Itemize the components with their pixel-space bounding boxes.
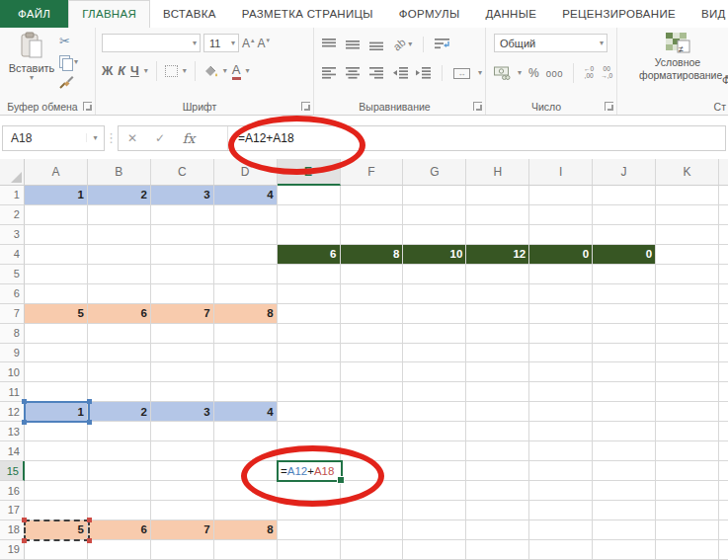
cell-E16[interactable] bbox=[278, 481, 341, 501]
cell-J10[interactable] bbox=[593, 362, 656, 382]
merge-dropdown-icon[interactable]: ▾ bbox=[478, 69, 482, 77]
cell-H12[interactable] bbox=[466, 402, 529, 422]
cancel-icon[interactable]: ✕ bbox=[119, 131, 146, 145]
cell-C16[interactable] bbox=[151, 481, 214, 501]
cell-C12[interactable]: 3 bbox=[151, 402, 214, 422]
column-header-J[interactable]: J bbox=[593, 159, 656, 186]
cell-C14[interactable] bbox=[151, 441, 214, 461]
cell-I12[interactable] bbox=[529, 402, 593, 422]
cell-C1[interactable]: 3 bbox=[151, 186, 214, 205]
name-box-dropdown-icon[interactable]: ▾ bbox=[86, 133, 104, 142]
row-header-15[interactable]: 15 bbox=[0, 461, 25, 481]
cell-F2[interactable] bbox=[341, 205, 404, 225]
percent-style-button[interactable]: % bbox=[528, 66, 539, 80]
cell-F17[interactable] bbox=[341, 501, 404, 520]
cell-E4[interactable]: 6 bbox=[278, 245, 341, 265]
cell-F14[interactable] bbox=[341, 441, 404, 461]
cell-K6[interactable] bbox=[656, 284, 719, 304]
cell-J3[interactable] bbox=[593, 225, 656, 245]
cell-B2[interactable] bbox=[88, 205, 151, 225]
orientation-button[interactable]: ab ▾ bbox=[393, 39, 412, 50]
cell-F11[interactable] bbox=[341, 382, 404, 402]
cell-B6[interactable] bbox=[88, 284, 151, 304]
cell-J14[interactable] bbox=[593, 441, 656, 461]
row-header-6[interactable]: 6 bbox=[0, 284, 25, 304]
cell-J17[interactable] bbox=[593, 501, 656, 520]
formula-bar-resize-handle[interactable]: ⋮ bbox=[105, 130, 118, 145]
conditional-formatting-button[interactable]: ≠ Условное форматирование ▾ bbox=[639, 32, 716, 82]
cell-J5[interactable] bbox=[593, 265, 656, 284]
cell-C4[interactable] bbox=[151, 245, 214, 265]
cell-A15[interactable] bbox=[25, 461, 88, 481]
cell-C7[interactable]: 7 bbox=[151, 304, 214, 324]
cell-K2[interactable] bbox=[656, 205, 719, 225]
row-header-7[interactable]: 7 bbox=[0, 304, 25, 324]
cell-J8[interactable] bbox=[593, 324, 656, 344]
cell-F4[interactable]: 8 bbox=[341, 245, 404, 265]
selection-handle[interactable] bbox=[87, 420, 92, 425]
borders-dropdown-icon[interactable]: ▾ bbox=[183, 67, 187, 75]
tab-data[interactable]: ДАННЫЕ bbox=[472, 0, 549, 28]
cell-K10[interactable] bbox=[656, 362, 719, 382]
cell-A1[interactable]: 1 bbox=[25, 186, 88, 205]
column-header-B[interactable]: B bbox=[88, 159, 151, 186]
column-header-G[interactable]: G bbox=[403, 159, 466, 186]
increase-decimal-button[interactable]: ←0 ,00 bbox=[584, 66, 594, 80]
cell-D13[interactable] bbox=[214, 422, 278, 441]
cell-H14[interactable] bbox=[466, 441, 529, 461]
cell-D9[interactable] bbox=[214, 344, 278, 363]
column-header-K[interactable]: K bbox=[656, 159, 719, 186]
cell-I1[interactable] bbox=[529, 186, 593, 205]
column-header-A[interactable]: A bbox=[25, 159, 88, 186]
cell-F3[interactable] bbox=[341, 225, 404, 245]
cell-F16[interactable] bbox=[341, 481, 404, 501]
cell-C5[interactable] bbox=[151, 265, 214, 284]
cell-A5[interactable] bbox=[25, 265, 88, 284]
font-name-dropdown-icon[interactable]: ▾ bbox=[193, 40, 197, 47]
cell-A17[interactable] bbox=[25, 501, 88, 520]
cell-B13[interactable] bbox=[88, 422, 151, 441]
cell-D3[interactable] bbox=[214, 225, 278, 245]
font-name-combo[interactable]: ▾ bbox=[102, 34, 201, 52]
cell-B16[interactable] bbox=[88, 481, 151, 501]
row-header-14[interactable]: 14 bbox=[0, 441, 25, 461]
cell-D19[interactable] bbox=[214, 540, 278, 560]
increase-indent-icon[interactable] bbox=[416, 67, 431, 79]
cell-I17[interactable] bbox=[529, 501, 593, 520]
cell-B14[interactable] bbox=[88, 441, 151, 461]
number-format-combo[interactable]: Общий ▾ bbox=[494, 34, 607, 52]
align-bottom-icon[interactable] bbox=[369, 39, 385, 50]
accounting-format-icon[interactable] bbox=[494, 66, 511, 80]
cell-A8[interactable] bbox=[25, 324, 88, 344]
merge-center-icon[interactable]: ↔ bbox=[453, 68, 470, 79]
cell-B10[interactable] bbox=[88, 362, 151, 382]
edit-cell-E15[interactable]: =A12+A18 bbox=[277, 460, 343, 482]
orientation-dropdown-icon[interactable]: ▾ bbox=[408, 40, 412, 48]
cell-G8[interactable] bbox=[403, 324, 466, 344]
cell-C13[interactable] bbox=[151, 422, 214, 441]
cell-E17[interactable] bbox=[278, 501, 341, 520]
cell-K13[interactable] bbox=[656, 422, 719, 441]
cell-K12[interactable] bbox=[656, 402, 719, 422]
fill-handle[interactable] bbox=[337, 476, 345, 484]
cell-J19[interactable] bbox=[593, 540, 656, 560]
cell-E9[interactable] bbox=[278, 344, 341, 363]
cell-J13[interactable] bbox=[593, 422, 656, 441]
cell-C19[interactable] bbox=[151, 540, 214, 560]
cell-H17[interactable] bbox=[466, 501, 529, 520]
column-header-I[interactable]: I bbox=[529, 159, 593, 186]
cell-B7[interactable]: 6 bbox=[88, 304, 151, 324]
cell-F9[interactable] bbox=[341, 344, 404, 363]
tab-home[interactable]: ГЛАВНАЯ bbox=[68, 0, 150, 28]
selection-handle[interactable] bbox=[87, 399, 92, 404]
tab-insert[interactable]: ВСТАВКА bbox=[150, 0, 229, 28]
dialog-launcher-icon[interactable] bbox=[301, 102, 310, 111]
cell-J11[interactable] bbox=[593, 382, 656, 402]
selection-handle[interactable] bbox=[22, 420, 27, 425]
cell-B11[interactable] bbox=[88, 382, 151, 402]
cell-B1[interactable]: 2 bbox=[88, 186, 151, 205]
cell-H3[interactable] bbox=[466, 225, 529, 245]
align-left-icon[interactable] bbox=[322, 67, 338, 79]
cell-B4[interactable] bbox=[88, 245, 151, 265]
cell-B5[interactable] bbox=[88, 265, 151, 284]
